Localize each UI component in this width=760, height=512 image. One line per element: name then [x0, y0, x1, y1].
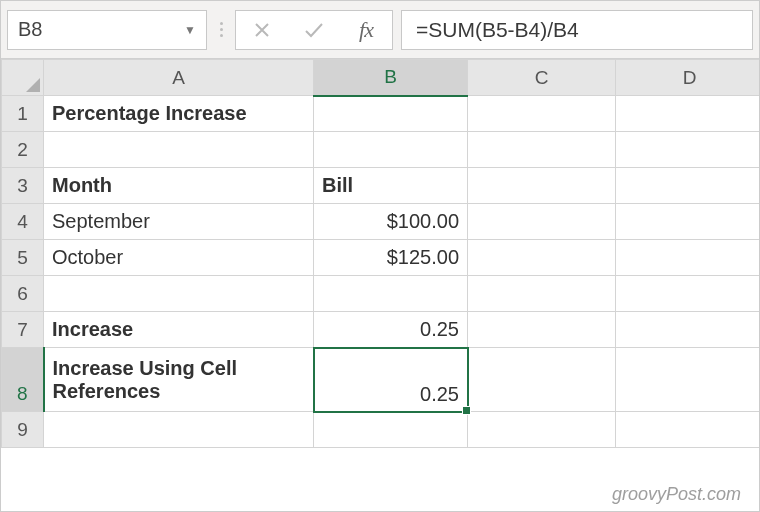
formula-bar-divider [215, 22, 227, 37]
cell-c3[interactable] [468, 168, 616, 204]
col-header-b[interactable]: B [314, 60, 468, 96]
cell-d8[interactable] [616, 348, 761, 412]
cell-a3[interactable]: Month [44, 168, 314, 204]
x-icon [253, 21, 271, 39]
cell-c4[interactable] [468, 204, 616, 240]
select-all-corner[interactable] [2, 60, 44, 96]
cell-c2[interactable] [468, 132, 616, 168]
cell-a4[interactable]: September [44, 204, 314, 240]
cell-b7[interactable]: 0.25 [314, 312, 468, 348]
name-box-value: B8 [18, 18, 42, 41]
cell-d1[interactable] [616, 96, 761, 132]
col-header-a[interactable]: A [44, 60, 314, 96]
row-header-5[interactable]: 5 [2, 240, 44, 276]
cell-d4[interactable] [616, 204, 761, 240]
row-header-3[interactable]: 3 [2, 168, 44, 204]
cell-a1[interactable]: Percentage Increase [44, 96, 314, 132]
cell-b4[interactable]: $100.00 [314, 204, 468, 240]
cell-b5[interactable]: $125.00 [314, 240, 468, 276]
accept-formula-button[interactable] [288, 11, 340, 49]
cell-a2[interactable] [44, 132, 314, 168]
cell-a6[interactable] [44, 276, 314, 312]
formula-bar: B8 ▼ fx =SUM(B5-B4)/B4 [1, 1, 759, 59]
row-header-1[interactable]: 1 [2, 96, 44, 132]
watermark: groovyPost.com [612, 484, 741, 505]
cell-c8[interactable] [468, 348, 616, 412]
insert-function-button[interactable]: fx [340, 11, 392, 49]
cell-d6[interactable] [616, 276, 761, 312]
cell-b8[interactable]: 0.25 [314, 348, 468, 412]
row-header-2[interactable]: 2 [2, 132, 44, 168]
cell-b1[interactable] [314, 96, 468, 132]
cell-c1[interactable] [468, 96, 616, 132]
cell-a9[interactable] [44, 412, 314, 448]
cell-a8[interactable]: Increase Using Cell References [44, 348, 314, 412]
chevron-down-icon[interactable]: ▼ [184, 23, 196, 37]
col-header-d[interactable]: D [616, 60, 761, 96]
cell-d9[interactable] [616, 412, 761, 448]
cell-b3[interactable]: Bill [314, 168, 468, 204]
formula-text: =SUM(B5-B4)/B4 [416, 18, 579, 42]
formula-bar-buttons: fx [235, 10, 393, 50]
col-header-c[interactable]: C [468, 60, 616, 96]
cell-d7[interactable] [616, 312, 761, 348]
cell-c7[interactable] [468, 312, 616, 348]
cell-c9[interactable] [468, 412, 616, 448]
cell-b9[interactable] [314, 412, 468, 448]
cancel-formula-button[interactable] [236, 11, 288, 49]
cell-d2[interactable] [616, 132, 761, 168]
cell-b6[interactable] [314, 276, 468, 312]
spreadsheet-grid[interactable]: A B C D 1 Percentage Increase 2 3 Month … [1, 59, 759, 448]
cell-c6[interactable] [468, 276, 616, 312]
row-header-7[interactable]: 7 [2, 312, 44, 348]
row-header-6[interactable]: 6 [2, 276, 44, 312]
row-header-9[interactable]: 9 [2, 412, 44, 448]
name-box[interactable]: B8 ▼ [7, 10, 207, 50]
row-header-8[interactable]: 8 [2, 348, 44, 412]
row-header-4[interactable]: 4 [2, 204, 44, 240]
cell-c5[interactable] [468, 240, 616, 276]
cell-d5[interactable] [616, 240, 761, 276]
cell-a5[interactable]: October [44, 240, 314, 276]
cell-b2[interactable] [314, 132, 468, 168]
formula-input[interactable]: =SUM(B5-B4)/B4 [401, 10, 753, 50]
fx-icon: fx [359, 17, 373, 43]
check-icon [303, 21, 325, 39]
cell-a7[interactable]: Increase [44, 312, 314, 348]
cell-d3[interactable] [616, 168, 761, 204]
